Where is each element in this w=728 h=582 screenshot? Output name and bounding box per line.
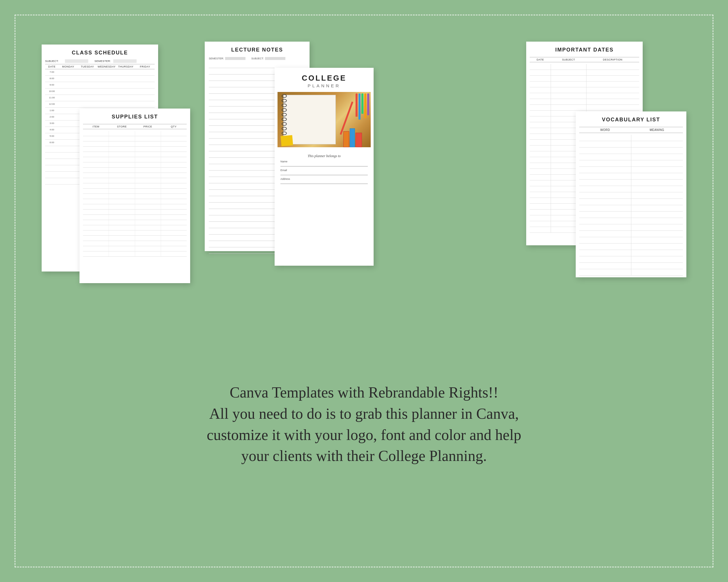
list-item	[579, 231, 683, 237]
address-field: Address	[280, 177, 368, 184]
list-item	[579, 269, 683, 276]
col-date: DATE	[45, 65, 58, 68]
list-item	[83, 236, 187, 241]
list-item	[83, 251, 187, 257]
semester-box	[225, 57, 245, 60]
list-item	[83, 199, 187, 204]
subject-label: SUBJECT:	[45, 60, 62, 62]
table-row: 11:00	[45, 95, 155, 101]
list-item	[83, 168, 187, 173]
supplies-list-card: SUPPLIES LIST ITEM STORE PRICE QTY	[79, 109, 190, 283]
footer-text: Canva Templates with Rebrandable Rights!…	[62, 382, 666, 467]
semester-label: SEMESTER:	[209, 57, 224, 60]
list-item	[579, 199, 683, 205]
semester-field: SEMESTER:	[209, 57, 245, 60]
table-row: 9:00	[45, 82, 155, 88]
sticky-note	[281, 135, 293, 146]
list-item	[530, 93, 639, 99]
list-item	[579, 250, 683, 256]
list-item	[579, 173, 683, 179]
list-item	[579, 179, 683, 186]
col-subject: SUBJECT	[551, 58, 586, 61]
list-item	[83, 141, 187, 147]
name-field: Name	[280, 160, 368, 166]
list-item	[83, 225, 187, 230]
address-line	[280, 181, 368, 184]
list-item	[579, 237, 683, 244]
col-meaning: MEANING	[631, 128, 683, 132]
email-line	[280, 172, 368, 175]
subject-label: SUBJECT:	[251, 57, 264, 60]
list-item	[579, 186, 683, 192]
list-item	[83, 152, 187, 157]
semester-label: SEMESTER:	[90, 60, 111, 62]
list-item	[83, 183, 187, 189]
name-label: Name	[280, 160, 368, 163]
list-item	[579, 256, 683, 263]
footer-text-section: Canva Templates with Rebrandable Rights!…	[33, 367, 695, 473]
class-schedule-title: CLASS SCHEDULE	[42, 45, 158, 58]
col-wed: WEDNESDAY	[97, 65, 116, 68]
list-item	[83, 241, 187, 246]
list-item	[83, 220, 187, 225]
list-item	[579, 192, 683, 199]
list-item	[83, 194, 187, 199]
list-item	[579, 147, 683, 154]
subject-box	[65, 59, 88, 63]
lecture-notes-title: LECTURE NOTES	[205, 41, 310, 55]
list-item	[83, 189, 187, 194]
col-description: DESCRIPTION	[586, 58, 639, 61]
college-planner-card: COLLEGE PLANNER	[275, 68, 373, 266]
col-store: STORE	[109, 125, 135, 128]
list-item	[83, 136, 187, 141]
list-item	[579, 218, 683, 224]
list-item	[579, 141, 683, 147]
list-item	[530, 99, 639, 105]
list-item	[579, 160, 683, 167]
pages-section: CLASS SCHEDULE SUBJECT: SEMESTER: DATE M…	[33, 33, 695, 367]
list-item	[530, 64, 639, 70]
list-item	[83, 230, 187, 236]
list-item	[530, 70, 639, 76]
books	[343, 128, 362, 147]
list-item	[83, 162, 187, 168]
important-dates-header: DATE SUBJECT DESCRIPTION	[530, 57, 639, 62]
planner-title-block: COLLEGE PLANNER	[275, 68, 373, 90]
supplies-rows	[79, 131, 190, 257]
planner-title: COLLEGE	[278, 74, 371, 83]
footer-line2: All you need to do is to grab this plann…	[209, 405, 519, 422]
col-date: DATE	[530, 58, 551, 61]
list-item	[530, 76, 639, 82]
col-mon: MONDAY	[58, 65, 78, 68]
planner-fields: Name Email Address	[275, 160, 373, 184]
note-line	[209, 62, 306, 68]
list-item	[83, 215, 187, 220]
vocabulary-rows	[576, 135, 686, 276]
table-row: 10:00	[45, 88, 155, 95]
vocabulary-list-card: VOCABULARY LIST WORD MEANING	[576, 111, 686, 277]
list-item	[83, 147, 187, 152]
list-item	[530, 87, 639, 93]
schedule-header: DATE MONDAY TUESDAY WEDNESDAY THURSDAY F…	[45, 64, 155, 69]
table-row: 12:00	[45, 101, 155, 108]
vocabulary-header: WORD MEANING	[579, 127, 683, 133]
list-item	[579, 224, 683, 231]
cover-image	[278, 92, 371, 147]
supplies-list-title: SUPPLIES LIST	[79, 109, 190, 122]
name-line	[280, 163, 368, 166]
col-thu: THURSDAY	[116, 65, 135, 68]
footer-line1: Canva Templates with Rebrandable Rights!…	[230, 384, 498, 401]
list-item	[579, 167, 683, 173]
semester-box	[113, 59, 136, 63]
vocabulary-list-title: VOCABULARY LIST	[576, 111, 686, 125]
list-item	[530, 105, 639, 111]
list-item	[83, 246, 187, 251]
supplies-header: ITEM STORE PRICE QTY	[83, 124, 187, 129]
list-item	[579, 135, 683, 141]
pens	[356, 93, 369, 119]
subject-box	[265, 57, 285, 60]
col-qty: QTY	[161, 125, 187, 128]
col-word: WORD	[579, 128, 631, 132]
list-item	[83, 210, 187, 215]
list-item	[530, 82, 639, 87]
